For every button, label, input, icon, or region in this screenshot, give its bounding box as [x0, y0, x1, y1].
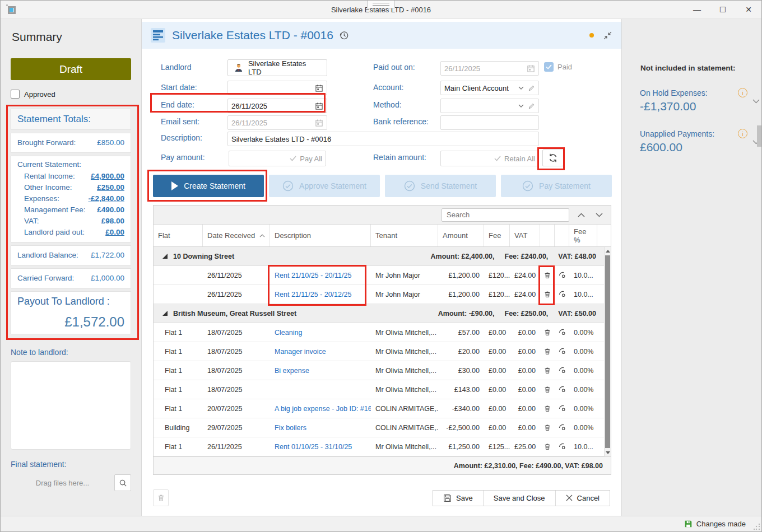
save-button[interactable]: Save: [433, 491, 484, 506]
row-delete-button[interactable]: [540, 366, 555, 375]
start-date-field[interactable]: [227, 81, 327, 95]
grid-data-row[interactable]: Building 29/07/2025 Fix boilers COLIN AR…: [154, 418, 605, 437]
info-icon[interactable]: i: [738, 129, 747, 138]
row-fee-dial-button[interactable]: [555, 347, 569, 356]
cell-description-link[interactable]: Fix boilers: [270, 424, 371, 432]
grid-data-row[interactable]: 26/11/2025 Rent 21/10/25 - 20/11/25 Mr J…: [154, 266, 605, 285]
description-input[interactable]: [231, 135, 535, 143]
column-header-description[interactable]: Description: [270, 225, 371, 246]
cell-description-link[interactable]: Rent 21/10/25 - 20/11/25: [270, 272, 371, 279]
create-statement-button[interactable]: Create Statement: [153, 175, 264, 197]
approve-statement-button[interactable]: Approve Statement: [269, 175, 380, 197]
send-statement-button[interactable]: Send Statement: [385, 175, 496, 197]
column-header-amount[interactable]: Amount: [438, 225, 484, 246]
grid-data-row[interactable]: Flat 1 18/07/2025 Cleaning Mr Olivia Mit…: [154, 323, 605, 342]
grid-group-row[interactable]: British Museum, Great Russell Street Amo…: [154, 304, 605, 323]
grid-vertical-scrollbar[interactable]: [604, 247, 611, 456]
bank-reference-field[interactable]: [440, 115, 539, 130]
cell-description-link[interactable]: Rent 01/10/25 - 31/10/25: [270, 443, 371, 451]
recalculate-button[interactable]: [542, 150, 564, 166]
pay-statement-button[interactable]: Pay Statement: [501, 175, 612, 197]
window-drag-handle[interactable]: [367, 1, 395, 8]
column-header-flat[interactable]: Flat: [154, 225, 203, 246]
row-delete-button[interactable]: [540, 347, 555, 356]
sidebar-scrollbar-thumb[interactable]: [757, 125, 761, 147]
row-delete-button[interactable]: [540, 423, 555, 432]
grid-data-row[interactable]: 26/11/2025 Rent 21/11/25 - 20/12/25 Mr J…: [154, 285, 605, 304]
account-dropdown[interactable]: Main Client Account: [440, 81, 539, 95]
scroll-down-arrow[interactable]: [605, 449, 611, 456]
draft-status-button[interactable]: Draft: [11, 58, 131, 80]
resize-grip[interactable]: [754, 524, 760, 530]
group-expand-triangle-icon[interactable]: [162, 311, 168, 316]
row-fee-dial-button[interactable]: [555, 328, 569, 337]
rental-income-value[interactable]: £4,900.00: [91, 171, 124, 182]
chevron-down-icon[interactable]: [518, 104, 524, 108]
scroll-up-arrow[interactable]: [605, 247, 611, 255]
row-fee-dial-button[interactable]: [555, 271, 569, 279]
group-expand-triangle-icon[interactable]: [162, 254, 168, 259]
grid-group-row[interactable]: 10 Downing Street Amount: £2,400.00,Fee:…: [154, 247, 605, 266]
edit-pencil-icon[interactable]: [528, 102, 535, 110]
calendar-icon[interactable]: [315, 84, 323, 92]
row-delete-button[interactable]: [540, 328, 555, 337]
collapse-panel-icon[interactable]: [603, 31, 612, 40]
row-fee-dial-button[interactable]: [555, 404, 569, 413]
chevron-down-icon[interactable]: [752, 96, 760, 106]
calendar-icon[interactable]: [315, 102, 323, 110]
row-fee-dial-button[interactable]: [555, 442, 569, 451]
row-fee-dial-button[interactable]: [555, 385, 569, 394]
info-icon[interactable]: i: [738, 88, 747, 97]
row-delete-button[interactable]: [540, 290, 555, 298]
grid-data-row[interactable]: Flat 1 18/07/2025 Mr Olivia Mitchell,...…: [154, 380, 605, 399]
edit-pencil-icon[interactable]: [528, 85, 535, 92]
column-header-fee[interactable]: Fee: [484, 225, 510, 246]
description-field[interactable]: [227, 132, 539, 146]
row-fee-dial-button[interactable]: [555, 423, 569, 432]
cell-description-link[interactable]: Rent 21/11/25 - 20/12/25: [270, 291, 371, 298]
close-button[interactable]: ✕: [736, 1, 761, 18]
column-header-date-received[interactable]: Date Received: [203, 225, 270, 246]
drag-files-dropzone[interactable]: Drag files here...: [11, 479, 114, 487]
retain-amount-field[interactable]: Retain All: [440, 151, 539, 166]
column-header-fee-pct[interactable]: Fee %: [569, 225, 597, 246]
row-fee-dial-button[interactable]: [555, 290, 569, 298]
pay-amount-field[interactable]: Pay All: [229, 151, 326, 166]
cell-description-link[interactable]: Manager invoice: [270, 348, 371, 356]
row-fee-dial-button[interactable]: [555, 366, 569, 375]
grid-data-row[interactable]: Flat 1 18/07/2025 Bi expense Mr Olivia M…: [154, 361, 605, 380]
approved-checkbox[interactable]: [11, 90, 20, 99]
grid-data-row[interactable]: Flat 1 20/07/2025 A big job expense - Jo…: [154, 399, 605, 418]
row-delete-button[interactable]: [540, 385, 555, 394]
delete-statement-button[interactable]: [153, 489, 169, 506]
pay-amount-input[interactable]: [233, 155, 290, 163]
expenses-value[interactable]: -£2,840.00: [88, 193, 124, 204]
retain-amount-input[interactable]: [444, 155, 494, 163]
save-and-close-button[interactable]: Save and Close: [484, 491, 556, 506]
row-delete-button[interactable]: [540, 404, 555, 413]
start-date-input[interactable]: [231, 84, 315, 92]
method-dropdown[interactable]: [440, 99, 539, 113]
column-header-vat[interactable]: VAT: [510, 225, 540, 246]
maximize-button[interactable]: ☐: [710, 1, 736, 18]
bank-reference-input[interactable]: [444, 119, 535, 127]
scrollbar-thumb[interactable]: [605, 255, 610, 448]
minimize-button[interactable]: —: [684, 1, 710, 18]
note-to-landlord-textarea[interactable]: [11, 361, 131, 450]
end-date-field[interactable]: [227, 99, 327, 113]
other-income-value[interactable]: £250.00: [97, 182, 124, 193]
cell-description-link[interactable]: A big job expense - Job ID: #161: [270, 405, 371, 413]
landlord-paid-out-value[interactable]: £0.00: [105, 227, 124, 238]
browse-files-button[interactable]: [114, 474, 131, 491]
expand-all-button[interactable]: [593, 209, 605, 221]
landlord-button[interactable]: Silverlake Estates LTD: [227, 59, 327, 76]
grid-data-row[interactable]: Flat 1 18/07/2025 Manager invoice Mr Oli…: [154, 342, 605, 361]
history-icon[interactable]: [339, 30, 349, 40]
row-delete-button[interactable]: [540, 271, 555, 279]
grid-search-input[interactable]: [442, 208, 569, 222]
cell-description-link[interactable]: Bi expense: [270, 367, 371, 375]
chevron-down-icon[interactable]: [518, 86, 524, 90]
cell-description-link[interactable]: Cleaning: [270, 329, 371, 337]
collapse-all-button[interactable]: [575, 209, 587, 221]
grid-data-row[interactable]: Flat 1 26/11/2025 Rent 01/10/25 - 31/10/…: [154, 437, 605, 456]
